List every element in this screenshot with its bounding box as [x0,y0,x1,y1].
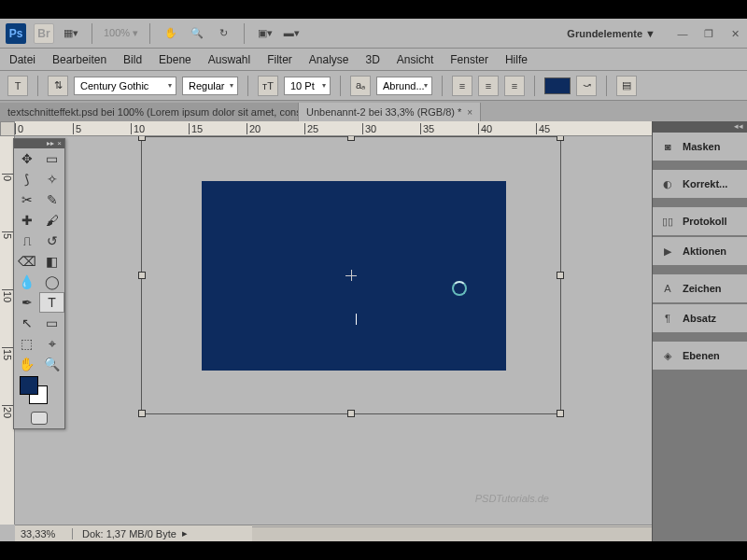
panel-absatz[interactable]: ¶Absatz [653,304,747,332]
bridge-icon[interactable]: Br [34,23,54,44]
quickmask-icon[interactable] [14,408,64,428]
menu-bearbeiten[interactable]: Bearbeiten [52,53,106,66]
eyedropper-tool-icon[interactable]: ✎ [39,189,64,210]
arrange-icon[interactable]: ▬▾ [282,24,301,43]
blur-tool-icon[interactable]: 💧 [14,272,39,292]
document-tab[interactable]: textschnitteffekt.psd bei 100% (Lorem ip… [0,103,299,121]
font-family-select[interactable]: Century Gothic [74,77,176,95]
chevron-right-icon[interactable]: ▸ [182,527,188,539]
zoom-tool-icon[interactable]: 🔍 [39,354,64,374]
document-tabs: textschnitteffekt.psd bei 100% (Lorem ip… [0,101,747,121]
tab-close-icon[interactable]: × [467,107,472,118]
panel-aktionen[interactable]: ▶Aktionen [653,237,747,265]
toolbox-header[interactable]: ▸▸× [14,139,64,148]
transform-handle[interactable] [138,136,146,141]
maximize-icon[interactable]: ❐ [702,27,715,40]
status-zoom[interactable]: 33,33% [15,528,73,539]
panel-masken[interactable]: ◙Masken [653,133,747,161]
panel-protokoll[interactable]: ▯▯Protokoll [653,207,747,235]
text-cursor [356,314,357,325]
dodge-tool-icon[interactable]: ◯ [39,272,64,292]
scrollbar-horizontal[interactable] [252,526,652,541]
marquee-tool-icon[interactable]: ▭ [39,148,64,169]
warp-text-icon[interactable]: ⤻ [576,76,597,96]
panel-zeichen[interactable]: AZeichen [653,274,747,302]
wand-tool-icon[interactable]: ✧ [39,169,64,189]
app-logo-icon[interactable]: Ps [6,23,26,44]
menu-filter[interactable]: Filter [267,53,292,66]
panel-korrekturen[interactable]: ◐Korrekt... [653,170,747,198]
tool-preset-icon[interactable]: T [7,76,28,96]
brush-tool-icon[interactable]: 🖌 [39,210,64,231]
workspace-selector[interactable]: Grundelemente ▼ [559,24,663,43]
zoom-icon[interactable]: 🔍 [188,24,206,43]
align-left-icon[interactable]: ≡ [452,76,472,96]
status-doc-info[interactable]: Dok: 1,37 MB/0 Byte▸ [73,527,197,539]
menu-ebene[interactable]: Ebene [159,53,191,66]
close-icon[interactable]: × [57,140,62,147]
tab-label: textschnitteffekt.psd bei 100% (Lorem ip… [7,106,299,118]
menu-analyse[interactable]: Analyse [309,53,349,66]
transform-handle[interactable] [347,136,355,141]
gradient-tool-icon[interactable]: ◧ [39,251,64,272]
transform-handle[interactable] [557,136,564,141]
minimize-icon[interactable]: — [676,27,689,40]
masks-panel-icon: ◙ [660,139,675,154]
menu-ansicht[interactable]: Ansicht [397,53,433,66]
menu-fenster[interactable]: Fenster [450,53,488,66]
transform-handle[interactable] [138,272,146,279]
align-right-icon[interactable]: ≡ [504,76,525,96]
transform-handle[interactable] [138,410,146,417]
antialias-select[interactable]: Abrund... [376,77,432,95]
document-tab[interactable]: Unbenannt-2 bei 33,3% (RGB/8) *× [299,103,481,121]
hand-icon[interactable]: ✋ [162,24,180,43]
type-tool-icon[interactable]: T [39,292,64,313]
transform-handle[interactable] [557,272,564,279]
move-tool-icon[interactable]: ✥ [14,148,39,169]
stamp-tool-icon[interactable]: ⎍ [14,231,39,251]
canvas[interactable]: PSDTutorials.de [15,136,652,525]
transform-bounding-box[interactable] [141,136,561,414]
hand-tool-icon[interactable]: ✋ [14,354,39,374]
transform-handle[interactable] [557,410,564,417]
transform-handle[interactable] [347,410,355,417]
layout-menu-icon[interactable]: ▦▾ [62,24,80,43]
rotate-view-icon[interactable]: ↻ [214,24,233,43]
history-brush-tool-icon[interactable]: ↺ [39,231,64,251]
toolbox[interactable]: ▸▸× ✥ ▭ ⟆ ✧ ✂ ✎ ✚ 🖌 ⎍ ↺ ⌫ ◧ 💧 ◯ ✒ T ↖ ▭ … [13,138,65,429]
antialias-icon: aₐ [350,76,371,96]
collapse-icon[interactable]: ▸▸ [47,140,54,147]
ruler-origin[interactable] [0,121,15,136]
pen-tool-icon[interactable]: ✒ [14,292,39,313]
menu-3d[interactable]: 3D [366,53,380,66]
color-swatches[interactable] [14,374,64,408]
eraser-tool-icon[interactable]: ⌫ [14,251,39,272]
3d-camera-tool-icon[interactable]: ⌖ [39,333,64,354]
collapse-icon[interactable]: ◂◂ [734,121,743,133]
lasso-tool-icon[interactable]: ⟆ [14,169,39,189]
zoom-display[interactable]: 100% ▾ [104,27,138,39]
close-icon[interactable]: ✕ [728,27,741,40]
menu-auswahl[interactable]: Auswahl [208,53,250,66]
healing-tool-icon[interactable]: ✚ [14,210,39,231]
menu-hilfe[interactable]: Hilfe [505,53,528,66]
menu-bild[interactable]: Bild [123,53,142,66]
font-style-select[interactable]: Regular [182,77,238,95]
panel-ebenen[interactable]: ◈Ebenen [653,342,747,370]
menu-datei[interactable]: Datei [9,53,35,66]
font-size-select[interactable]: 10 Pt [284,77,331,95]
path-select-tool-icon[interactable]: ↖ [14,313,39,333]
font-orientation-icon[interactable]: ⇅ [48,76,68,96]
text-color-swatch[interactable] [544,77,571,94]
tab-label: Unbenannt-2 bei 33,3% (RGB/8) * [306,106,461,118]
panel-dock-header[interactable]: ◂◂ [653,121,747,133]
crop-tool-icon[interactable]: ✂ [14,189,39,210]
ruler-horizontal[interactable]: 0 5 10 15 20 25 30 35 40 45 [15,121,652,136]
transform-center-icon[interactable] [345,270,357,281]
shape-tool-icon[interactable]: ▭ [39,313,64,333]
screen-mode-icon[interactable]: ▣▾ [256,24,275,43]
character-panel-icon[interactable]: ▤ [616,76,637,96]
align-center-icon[interactable]: ≡ [478,76,499,96]
3d-tool-icon[interactable]: ⬚ [14,333,39,354]
foreground-swatch[interactable] [20,376,38,395]
